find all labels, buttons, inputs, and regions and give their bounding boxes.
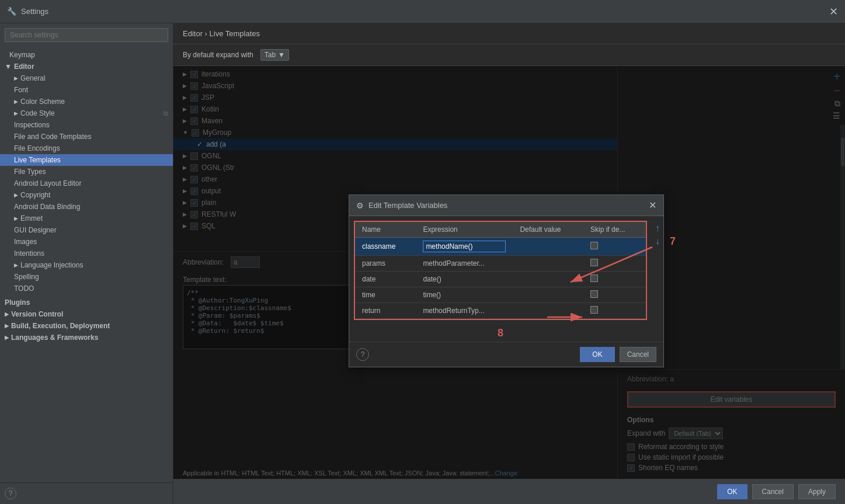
todo-label: TODO <box>14 284 34 293</box>
sidebar-item-version-control[interactable]: ▶ Version Control <box>0 308 173 320</box>
dialog-close-button[interactable]: ✕ <box>649 200 656 211</box>
spelling-label: Spelling <box>14 273 39 281</box>
android-data-label: Android Data Binding <box>14 203 80 211</box>
cell-expr-return: methodReturnTyp... <box>416 303 513 319</box>
cell-skip-params <box>583 256 646 272</box>
close-button[interactable]: ✕ <box>829 6 838 17</box>
sidebar-item-editor[interactable]: ▼ Editor <box>0 61 173 72</box>
expand-value: Tab <box>265 51 276 59</box>
sidebar-item-file-code-templates[interactable]: File and Code Templates <box>0 131 173 142</box>
dialog-help-button[interactable]: ? <box>356 348 369 361</box>
sidebar-item-android-layout[interactable]: Android Layout Editor <box>0 178 173 189</box>
sidebar-item-plugins[interactable]: Plugins <box>0 297 173 308</box>
window-title: Settings <box>21 7 48 16</box>
ok-button[interactable]: OK <box>717 484 747 499</box>
cell-expr-time: time() <box>416 287 513 303</box>
editor-label: Editor <box>14 62 34 71</box>
dialog-table-header-row: Name Expression Default value Skip if de… <box>355 222 646 238</box>
sidebar-item-build-exec[interactable]: ▶ Build, Execution, Deployment <box>0 320 173 332</box>
sidebar-item-spelling[interactable]: Spelling <box>0 271 173 283</box>
skip-check-classname[interactable] <box>590 242 598 249</box>
copyright-label: Copyright <box>20 191 50 199</box>
dialog-title-text: Edit Template Variables <box>368 201 447 210</box>
sidebar-item-todo[interactable]: TODO <box>0 283 173 294</box>
vc-arrow: ▶ <box>5 311 9 317</box>
cell-skip-return <box>583 303 646 319</box>
cell-skip-time <box>583 287 646 303</box>
live-templates-label: Live Templates <box>14 156 61 164</box>
table-row-time[interactable]: time time() <box>355 287 646 303</box>
cell-default-time <box>513 287 583 303</box>
sidebar-item-file-encodings[interactable]: File Encodings <box>0 142 173 154</box>
sidebar-item-language-injections[interactable]: ▶ Language Injections <box>0 259 173 271</box>
sidebar-item-copyright[interactable]: ▶ Copyright <box>0 189 173 201</box>
code-style-arrow: ▶ <box>14 110 18 116</box>
sidebar-item-live-templates[interactable]: Live Templates <box>0 154 173 166</box>
cell-skip-classname <box>583 238 646 256</box>
cell-expr-params: methodParameter... <box>416 256 513 272</box>
annotation-7: 7 <box>670 235 676 248</box>
table-row-date[interactable]: date date() <box>355 272 646 287</box>
annotation-8: 8 <box>349 325 652 342</box>
sidebar-item-code-style[interactable]: ▶ Code Style ⧉ <box>0 107 173 119</box>
code-style-label: Code Style <box>20 109 55 117</box>
cell-skip-date <box>583 272 646 287</box>
skip-check-time[interactable] <box>590 290 598 298</box>
cell-default-date <box>513 272 583 287</box>
cell-name-params: params <box>355 256 416 272</box>
settings-icon: 🔧 <box>7 7 16 16</box>
skip-check-params[interactable] <box>590 259 598 266</box>
cell-name-return: return <box>355 303 416 319</box>
cell-expr-classname: methodName() <box>416 238 513 256</box>
sidebar-item-font[interactable]: Font <box>0 84 173 96</box>
expand-label: By default expand with <box>183 51 253 59</box>
emmet-label: Emmet <box>20 214 43 223</box>
cell-name-date: date <box>355 272 416 287</box>
skip-check-date[interactable] <box>590 274 598 282</box>
table-row-params[interactable]: params methodParameter... <box>355 256 646 272</box>
main-layout: Keymap ▼ Editor ▶ General Font ▶ Color S… <box>0 23 845 504</box>
title-bar: 🔧 Settings ✕ <box>0 0 845 23</box>
sidebar-item-inspections[interactable]: Inspections <box>0 119 173 131</box>
sidebar-item-file-types[interactable]: File Types <box>0 166 173 178</box>
help-button[interactable]: ? <box>5 488 16 499</box>
apply-button[interactable]: Apply <box>798 484 836 499</box>
sidebar-item-languages[interactable]: ▶ Languages & Frameworks <box>0 332 173 343</box>
table-row-return[interactable]: return methodReturnTyp... <box>355 303 646 319</box>
col-default: Default value <box>513 222 583 238</box>
expr-input-classname[interactable]: methodName() <box>423 241 506 252</box>
sidebar-item-emmet[interactable]: ▶ Emmet <box>0 213 173 224</box>
gui-label: GUI Designer <box>14 226 57 234</box>
expand-select[interactable]: Tab ▼ <box>260 49 289 61</box>
sidebar-item-gui-designer[interactable]: GUI Designer <box>0 224 173 236</box>
sidebar-item-keymap[interactable]: Keymap <box>0 49 173 61</box>
cell-name-time: time <box>355 287 416 303</box>
sidebar-item-intentions[interactable]: Intentions <box>0 248 173 259</box>
sidebar-tree: Keymap ▼ Editor ▶ General Font ▶ Color S… <box>0 47 173 482</box>
general-arrow: ▶ <box>14 75 18 81</box>
dialog-action-buttons: OK Cancel <box>580 347 656 362</box>
lang-label: Languages & Frameworks <box>11 333 98 342</box>
table-row-classname[interactable]: classname methodName() <box>355 238 646 256</box>
sidebar-item-color-scheme[interactable]: ▶ Color Scheme <box>0 96 173 107</box>
move-up-button[interactable]: ↑ <box>655 223 660 234</box>
search-input[interactable] <box>5 28 168 42</box>
inspections-label: Inspections <box>14 121 50 129</box>
dialog-cancel-button[interactable]: Cancel <box>620 347 656 362</box>
skip-check-return[interactable] <box>590 306 598 314</box>
dialog-table: Name Expression Default value Skip if de… <box>355 222 646 319</box>
dialog-overlay: ⚙ Edit Template Variables ✕ <box>173 66 845 479</box>
sidebar-bottom: ? <box>0 482 173 504</box>
sidebar-item-images[interactable]: Images <box>0 236 173 248</box>
color-scheme-label: Color Scheme <box>20 98 65 106</box>
sidebar-item-android-data[interactable]: Android Data Binding <box>0 201 173 213</box>
sidebar-item-general[interactable]: ▶ General <box>0 72 173 84</box>
build-arrow: ▶ <box>5 323 9 329</box>
title-bar-left: 🔧 Settings <box>7 7 48 16</box>
content-body: ▶ ✓ iterations ▶ ✓ JavaScript ▶ ✓ JSP <box>173 66 845 479</box>
font-label: Font <box>14 86 28 94</box>
cell-name-classname: classname <box>355 238 416 256</box>
dialog-ok-button[interactable]: OK <box>580 347 614 362</box>
move-down-button[interactable]: ↓ <box>655 236 660 246</box>
cancel-button[interactable]: Cancel <box>752 484 794 499</box>
